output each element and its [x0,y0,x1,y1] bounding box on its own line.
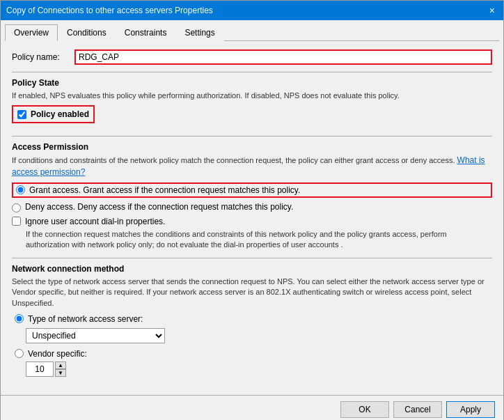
network-connection-desc: Select the type of network access server… [12,277,492,309]
vendor-radio-row: Vendor specific: [15,349,492,359]
tab-bar: Overview Conditions Constraints Settings [5,24,499,41]
ignore-checkbox[interactable] [12,217,21,226]
access-permission-title: Access Permission [12,142,492,152]
tab-conditions[interactable]: Conditions [58,24,116,41]
divider-3 [12,258,492,258]
divider-2 [12,136,492,137]
dialog-window: Copy of Connections to other access serv… [0,0,504,420]
grant-access-radio[interactable] [16,185,25,194]
vendor-radio[interactable] [15,349,24,358]
deny-access-label: Deny access. Deny access if the connecti… [25,202,293,212]
dialog-content: Policy name: Policy State If enabled, NP… [1,41,503,392]
deny-access-radio[interactable] [12,203,21,212]
network-type-dropdown[interactable]: Unspecified [26,328,165,343]
ignore-label: Ignore user account dial-in properties. [25,217,165,226]
apply-button[interactable]: Apply [446,401,495,418]
ok-button[interactable]: OK [340,401,389,418]
ignore-row: Ignore user account dial-in properties. [12,217,492,226]
policy-state-desc: If enabled, NPS evaluates this policy wh… [12,91,492,101]
grant-access-row: Grant access. Grant access if the connec… [12,182,492,198]
deny-access-row: Deny access. Deny access if the connecti… [12,202,492,212]
type-radio[interactable] [15,314,24,323]
dialog-title: Copy of Connections to other access serv… [6,6,213,15]
divider-1 [12,72,492,72]
spinner-down-button[interactable]: ▼ [55,369,66,377]
access-permission-desc: If conditions and constraints of the net… [12,155,492,178]
vendor-value-input[interactable] [26,361,54,377]
policy-enabled-checkbox[interactable] [17,110,26,119]
vendor-spinner-row: ▲ ▼ [26,361,492,377]
network-connection-title: Network connection method [12,264,492,274]
type-radio-row: Type of network access server: [15,314,492,324]
spinner-up-button[interactable]: ▲ [55,361,66,369]
cancel-button[interactable]: Cancel [393,401,442,418]
type-label: Type of network access server: [28,314,143,324]
close-button[interactable]: × [487,5,498,16]
policy-state-section: Policy State If enabled, NPS evaluates t… [12,78,492,127]
button-row: OK Cancel Apply [1,395,503,420]
policy-name-input[interactable] [74,49,492,65]
policy-name-row: Policy name: [12,49,492,65]
spinner-buttons: ▲ ▼ [55,361,66,377]
vendor-label: Vendor specific: [28,349,87,359]
title-bar: Copy of Connections to other access serv… [1,1,503,20]
tab-overview[interactable]: Overview [5,24,58,41]
tab-settings[interactable]: Settings [175,24,223,41]
ignore-desc: If the connection request matches the co… [26,229,492,251]
policy-name-label: Policy name: [12,52,74,62]
policy-enabled-label: Policy enabled [31,109,89,119]
network-connection-section: Network connection method Select the typ… [12,264,492,377]
tab-constraints[interactable]: Constraints [116,24,176,41]
grant-access-label: Grant access. Grant access if the connec… [29,185,300,195]
access-permission-section: Access Permission If conditions and cons… [12,142,492,250]
policy-enabled-checkbox-row[interactable]: Policy enabled [12,105,95,123]
policy-state-title: Policy State [12,78,492,88]
dropdown-row: Unspecified [26,328,492,343]
